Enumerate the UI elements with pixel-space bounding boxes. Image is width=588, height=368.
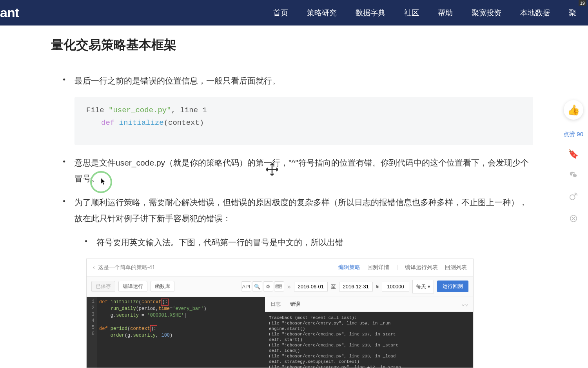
keyboard-icon[interactable]: ⌨ [274,281,284,291]
run-backtest-button[interactable]: 运行回测 [437,281,468,292]
collapse-icon[interactable]: ⌄⌄ [461,299,468,310]
log-tab-error[interactable]: 错误 [290,299,300,309]
notification-badge[interactable]: 19 [579,0,586,6]
log-line: File "jqboson/core/engine.py", line 207,… [269,332,469,337]
main-nav: 首页 策略研究 数据字典 社区 帮助 聚宽投资 本地数据 聚 [273,8,576,18]
nav-strategy-research[interactable]: 策略研究 [307,8,337,18]
nav-more[interactable]: 聚 [569,8,576,18]
log-line: self._load() [269,348,469,353]
log-line: self._start() [269,337,469,342]
svg-point-0 [570,195,575,200]
nav-local-data[interactable]: 本地数据 [520,8,550,18]
line-number-gutter: 1 2 3 4 5 6 [87,297,97,368]
log-line: engine.start() [269,326,469,332]
gear-icon[interactable]: ⚙ [263,281,273,291]
saved-status: 已保存 [91,281,115,292]
editor-header: ‹ 这是一个简单的策略-41 编辑策略 回测详情 | 编译运行列表 回测列表 [87,259,473,276]
log-tabs: 日志 错误 ⌄⌄ [265,297,473,312]
code-keyword: def [101,118,114,127]
end-date-input[interactable] [339,282,373,291]
date-separator: 至 [331,282,336,291]
like-count: 点赞 90 [563,131,583,138]
tab-divider: | [396,262,398,273]
tab-backtest-detail[interactable]: 回测详情 [367,262,389,273]
editor-toolbar: 已保存 编译运行 函数库 API 🔍 ⚙ ⌨ » 至 ¥ 每天 ▾ [87,277,473,297]
bullet-meaning: 意思是文件user_code.py（就是你的策略代码）的第一行，"^"符号指向的… [63,155,533,187]
weibo-icon[interactable] [569,192,578,203]
currency-symbol: ¥ [376,282,379,291]
log-pane: 日志 错误 ⌄⌄ Traceback (most recent call las… [265,297,473,368]
code-text: , line 1 [171,106,207,115]
line-number: 4 [87,318,94,324]
error-highlight-box: ): [150,325,157,333]
line-number: 3 [87,312,94,318]
line-number: 6 [87,331,94,337]
code-text: File [86,106,109,115]
api-button[interactable]: API [241,281,251,291]
nav-data-dict[interactable]: 数据字典 [356,8,385,18]
logo: ant [0,5,19,20]
thumbs-up-icon: 👍 [567,104,580,116]
log-line: File "jqboson/core/entry.py", line 359, … [269,321,469,326]
line-number: 2 [87,305,94,312]
log-content: Traceback (most recent call last): File … [265,312,473,368]
article-content: 最后一行之前的是错误的位置信息，一般只看后面就行。 File "user_cod… [0,65,588,368]
collapse-right-icon[interactable]: » [287,281,291,293]
chevron-down-icon: ▾ [428,282,430,291]
editor-screenshot: ‹ 这是一个简单的策略-41 编辑策略 回测详情 | 编译运行列表 回测列表 已… [86,259,474,368]
share-icon[interactable] [569,214,578,225]
error-highlight-box: ): [161,299,168,306]
top-nav-header: ant 首页 策略研究 数据字典 社区 帮助 聚宽投资 本地数据 聚 19 [0,0,588,26]
line-number: 1 [87,299,94,305]
strategy-name: 这是一个简单的策略-41 [98,262,155,273]
code-editor-pane[interactable]: 1 2 3 4 5 6 def initialize(context): run… [87,297,265,368]
editor-body: 1 2 3 4 5 6 def initialize(context): run… [87,297,473,368]
code-fn: initialize [114,118,163,127]
code-text: (context) [164,118,204,127]
tab-edit-strategy[interactable]: 编辑策略 [338,262,360,273]
page-title-section: 量化交易策略基本框架 [0,26,588,65]
wechat-icon[interactable] [569,170,578,181]
bookmark-icon[interactable]: 🔖 [568,149,579,159]
nav-community[interactable]: 社区 [404,8,419,18]
function-library-button[interactable]: 函数库 [151,281,174,292]
capital-input[interactable] [382,282,409,291]
bullet-debugging: 为了顺利运行策略，需要耐心解决错误，但错误的原因极度的复杂多样（所以日志的报错信… [63,195,533,227]
floating-sidebar: 👍 点赞 90 🔖 [563,100,583,225]
bullet-error-location: 最后一行之前的是错误的位置信息，一般只看后面就行。 [63,73,533,89]
bullet-english-input: 符号要用英文输入法。下图，代码第一行的冒号是中文的，所以出错 [85,235,533,251]
log-tab-log[interactable]: 日志 [270,299,281,309]
nav-help[interactable]: 帮助 [438,8,453,18]
search-icon[interactable]: 🔍 [252,281,262,291]
frequency-value: 每天 [416,282,426,291]
compile-run-button[interactable]: 编译运行 [118,281,147,292]
editor-breadcrumb[interactable]: ‹ 这是一个简单的策略-41 [93,262,155,273]
editor-tabs: 编辑策略 回测详情 | 编译运行列表 回测列表 [338,262,467,273]
tab-compile-list[interactable]: 编译运行列表 [405,262,438,273]
code-string: "user_code.py" [109,106,171,115]
nav-invest[interactable]: 聚宽投资 [472,8,501,18]
chevron-left-icon[interactable]: ‹ [93,262,95,273]
start-date-input[interactable] [294,282,328,291]
log-line: self._strategy.setup(self._context) [269,359,469,364]
log-line: File "jqboson/core/engine.py", line 233,… [269,342,469,348]
like-button[interactable]: 👍 [564,100,583,120]
page-title: 量化交易策略基本框架 [51,36,588,54]
nav-home[interactable]: 首页 [273,8,288,18]
log-line: File "jqboson/core/engine.py", line 203,… [269,353,469,359]
frequency-select[interactable]: 每天 ▾ [412,280,434,293]
line-number: 5 [87,324,94,331]
log-line: Traceback (most recent call last): [269,315,469,321]
code-block-error-trace: File "user_code.py", line 1 def initiali… [74,97,533,145]
code-content: def initialize(context): run_daily(perio… [87,297,265,339]
tab-backtest-list[interactable]: 回测列表 [445,262,467,273]
log-line: File "jqboson/core/strategy.py", line 42… [269,364,469,368]
